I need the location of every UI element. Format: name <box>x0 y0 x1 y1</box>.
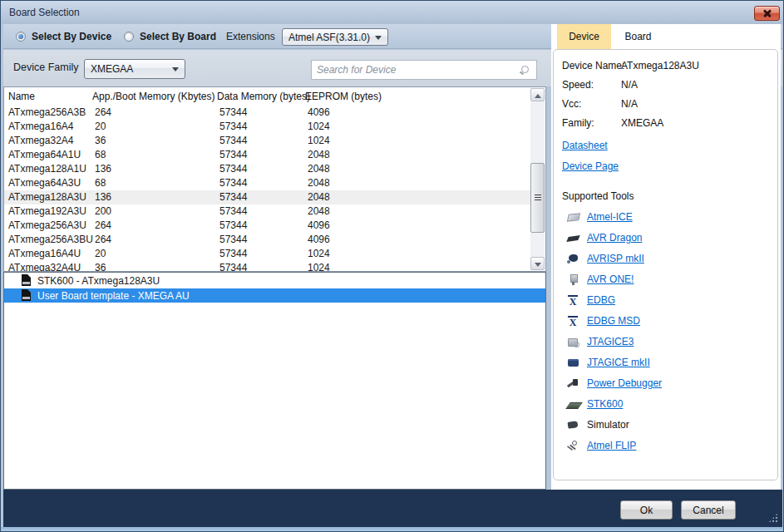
device-field-row: Device Name: ATxmega128A3U <box>562 60 777 71</box>
cell-data-memory: 57344 <box>219 262 247 271</box>
table-row[interactable]: ATxmega192A3U 200 57344 2048 <box>4 204 530 219</box>
cell-eeprom: 2048 <box>308 149 330 160</box>
extensions-value: Atmel ASF(3.31.0) <box>288 32 370 43</box>
table-row[interactable]: ATxmega256A3U 264 57344 4096 <box>4 219 530 233</box>
field-label: Family: <box>562 117 594 129</box>
supported-tool-item: AVRISP mkII <box>562 250 777 271</box>
cell-data-memory: 57344 <box>219 248 247 259</box>
table-row[interactable]: ATxmega128A3U 136 57344 2048 <box>4 190 530 204</box>
tool-link[interactable]: Atmel-ICE <box>587 211 633 223</box>
cell-app-boot-memory: 68 <box>95 177 106 189</box>
tool-link[interactable]: JTAGICE mkII <box>587 357 650 368</box>
column-header-eeprom[interactable]: EEPROM (bytes) <box>305 91 382 102</box>
field-value: XMEGAA <box>621 117 663 129</box>
extensions-dropdown[interactable]: Atmel ASF(3.31.0) <box>282 28 388 46</box>
table-row[interactable]: ATxmega256A3B 264 57344 4096 <box>4 106 530 120</box>
supported-tool-item: EDBG <box>562 292 777 313</box>
resize-grip-icon[interactable] <box>768 513 778 523</box>
cell-app-boot-memory: 264 <box>95 219 111 231</box>
device-table-rows: ATxmega256A3B 264 57344 4096 ATxmega16A4… <box>4 106 530 271</box>
tool-link[interactable]: AVRISP mkII <box>587 253 644 264</box>
field-value: N/A <box>621 79 638 91</box>
supported-tool-item: Simulator <box>562 416 777 437</box>
radio-unchecked-icon[interactable] <box>124 32 134 42</box>
scroll-down-button[interactable] <box>530 257 545 270</box>
tab-device[interactable]: Device <box>557 24 611 49</box>
close-button[interactable] <box>754 6 780 21</box>
cell-eeprom: 2048 <box>308 191 330 203</box>
close-icon <box>755 7 779 20</box>
search-input[interactable] <box>317 62 510 78</box>
jtagice-mkii-icon <box>567 356 580 369</box>
table-row[interactable]: ATxmega16A4 20 57344 1024 <box>4 120 530 134</box>
device-table-scrollbar[interactable] <box>530 88 545 270</box>
cell-data-memory: 57344 <box>219 191 247 203</box>
device-family-dropdown[interactable]: XMEGAA <box>84 59 185 79</box>
column-header-data-memory[interactable]: Data Memory (bytes) <box>217 91 310 102</box>
tool-link[interactable]: EDBG <box>587 294 615 306</box>
scrollbar-thumb[interactable] <box>530 163 545 233</box>
supported-tool-item: EDBG MSD <box>562 313 777 333</box>
board-list-item[interactable]: STK600 - ATxmega128A3U <box>4 273 545 288</box>
board-file-icon <box>22 289 31 301</box>
cell-eeprom: 4096 <box>308 219 330 231</box>
cell-app-boot-memory: 264 <box>95 106 111 118</box>
device-table-header: Name App./Boot Memory (Kbytes) Data Memo… <box>4 87 545 106</box>
titlebar[interactable]: Board Selection <box>1 1 784 24</box>
table-row[interactable]: ATxmega16A4U 20 57344 1024 <box>4 247 530 261</box>
table-row[interactable]: ATxmega128A1U 136 57344 2048 <box>4 162 530 176</box>
tool-link[interactable]: EDBG MSD <box>587 315 640 327</box>
avr-one-icon <box>567 273 580 286</box>
tool-link[interactable]: Power Debugger <box>587 377 662 389</box>
select-by-device-radio[interactable]: Select By Device <box>16 24 111 49</box>
window-title: Board Selection <box>9 7 80 18</box>
device-link[interactable]: Datasheet <box>562 140 608 151</box>
select-by-board-radio[interactable]: Select By Board <box>124 24 216 49</box>
tool-link[interactable]: JTAGICE3 <box>587 336 634 347</box>
ok-button[interactable]: Ok <box>620 500 673 520</box>
tool-link[interactable]: AVR ONE! <box>587 273 634 285</box>
device-fields: Device Name: ATxmega128A3U Speed: N/A Vc… <box>562 60 777 129</box>
cell-eeprom: 2048 <box>308 205 330 217</box>
tool-link[interactable]: Atmel FLIP <box>587 440 636 451</box>
cell-name: ATxmega32A4 <box>8 135 74 146</box>
table-row[interactable]: ATxmega256A3BU 264 57344 4096 <box>4 233 530 247</box>
table-row[interactable]: ATxmega64A1U 68 57344 2048 <box>4 148 530 162</box>
cell-eeprom: 4096 <box>308 234 330 245</box>
table-row[interactable]: ATxmega32A4 36 57344 1024 <box>4 134 530 148</box>
field-value: ATxmega128A3U <box>621 60 699 71</box>
device-family-value: XMEGAA <box>91 63 133 75</box>
scrollbar-grip-icon <box>535 195 541 200</box>
table-row[interactable]: ATxmega64A3U 68 57344 2048 <box>4 176 530 190</box>
supported-tools-list: Atmel-ICE AVR Dragon AVRISP mkII AVR ONE… <box>562 209 777 458</box>
board-list-item[interactable]: User Board template - XMEGA AU <box>4 288 545 303</box>
atmel-ice-icon <box>567 210 580 224</box>
column-header-app-boot-memory[interactable]: App./Boot Memory (Kbytes) <box>92 91 214 102</box>
search-icon[interactable] <box>520 64 532 76</box>
avrisp-mkii-icon <box>567 252 580 265</box>
supported-tool-item: JTAGICE mkII <box>562 354 777 375</box>
scroll-up-button[interactable] <box>530 88 545 101</box>
table-row[interactable]: ATxmega32A4U 36 57344 1024 <box>4 261 530 271</box>
footer-bar: Ok Cancel <box>3 490 782 527</box>
cell-name: ATxmega256A3U <box>8 219 86 231</box>
cancel-button[interactable]: Cancel <box>681 500 736 520</box>
scroll-up-icon <box>535 94 541 98</box>
cell-name: ATxmega32A4U <box>8 262 81 271</box>
cell-app-boot-memory: 68 <box>95 149 106 160</box>
cell-name: ATxmega256A3BU <box>8 234 93 245</box>
cell-name: ATxmega192A3U <box>8 205 86 217</box>
tool-link[interactable]: AVR Dragon <box>587 232 642 244</box>
device-link[interactable]: Device Page <box>562 160 619 172</box>
device-details-box: Device Name: ATxmega128A3U Speed: N/A Vc… <box>553 49 778 480</box>
cell-name: ATxmega64A1U <box>8 149 81 160</box>
tool-link[interactable]: STK600 <box>587 398 623 410</box>
field-label: Speed: <box>562 79 594 91</box>
cell-name: ATxmega256A3B <box>8 106 86 118</box>
radio-checked-icon[interactable] <box>16 32 26 42</box>
column-header-name[interactable]: Name <box>8 91 35 102</box>
cell-data-memory: 57344 <box>219 121 247 132</box>
cell-eeprom: 1024 <box>308 135 330 146</box>
tab-board[interactable]: Board <box>611 24 665 49</box>
cell-app-boot-memory: 264 <box>95 234 111 245</box>
